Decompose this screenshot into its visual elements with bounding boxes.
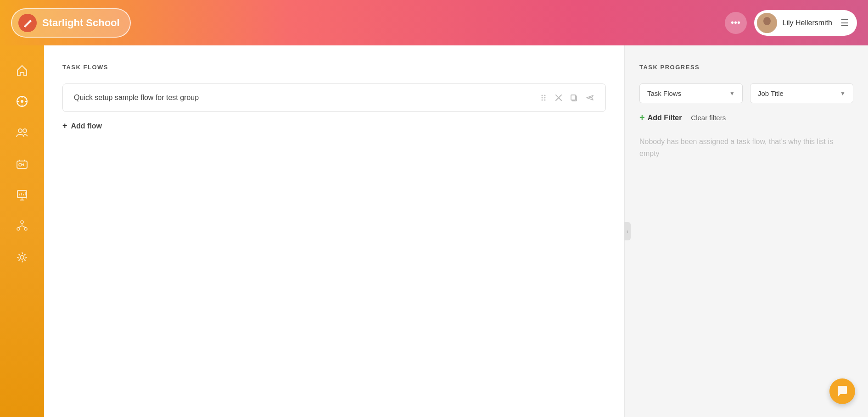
- svg-point-13: [21, 221, 23, 223]
- sidebar-item-navigate[interactable]: [8, 88, 36, 115]
- dots-icon: •••: [731, 17, 740, 28]
- svg-point-16: [20, 256, 24, 259]
- avatar: [757, 13, 777, 33]
- dots-menu-button[interactable]: •••: [725, 12, 747, 34]
- add-filter-label: Add Filter: [648, 114, 682, 122]
- add-flow-label: Add flow: [71, 122, 102, 130]
- left-panel: TASK FLOWS Quick setup sample flow for t…: [44, 45, 625, 417]
- flow-actions: [539, 93, 594, 102]
- svg-point-15: [24, 228, 27, 230]
- logo-text: Starlight School: [42, 17, 120, 29]
- svg-point-2: [763, 17, 771, 25]
- svg-point-22: [544, 100, 546, 101]
- user-menu-button[interactable]: Lily Hellersmith ☰: [754, 10, 857, 36]
- sidebar-item-activities[interactable]: [8, 150, 36, 178]
- sidebar-item-groups[interactable]: [8, 119, 36, 146]
- header-right: ••• Lily Hellersmith ☰: [725, 10, 857, 36]
- job-title-filter-arrow: ▼: [840, 90, 846, 97]
- flow-card: Quick setup sample flow for test group: [62, 83, 606, 112]
- right-panel: TASK PROGRESS Task Flows ▼ Job Title ▼ +…: [625, 45, 868, 417]
- sidebar-item-reports[interactable]: [8, 181, 36, 209]
- empty-state-text: Nobody has been assigned a task flow, th…: [639, 136, 853, 159]
- task-flows-filter-label: Task Flows: [647, 89, 681, 97]
- task-flows-title: TASK FLOWS: [62, 64, 606, 71]
- clear-filters-label: Clear filters: [691, 114, 726, 122]
- add-flow-plus: +: [62, 121, 67, 131]
- task-flows-filter-arrow: ▼: [729, 90, 735, 97]
- layout: TASK FLOWS Quick setup sample flow for t…: [0, 45, 868, 417]
- job-title-filter-label: Job Title: [758, 89, 784, 97]
- add-flow-button[interactable]: + Add flow: [62, 121, 102, 131]
- svg-point-18: [544, 95, 546, 96]
- filter-row: Task Flows ▼ Job Title ▼: [639, 83, 853, 103]
- user-name: Lily Hellersmith: [783, 19, 832, 27]
- svg-point-19: [542, 97, 543, 99]
- svg-point-5: [21, 100, 23, 103]
- drag-handle[interactable]: [539, 94, 548, 102]
- svg-point-6: [18, 129, 22, 133]
- logo-icon: [18, 14, 37, 32]
- logo-button[interactable]: Starlight School: [11, 8, 131, 38]
- svg-point-7: [23, 129, 27, 133]
- close-flow-button[interactable]: [555, 94, 562, 101]
- add-filter-row: + Add Filter Clear filters: [639, 112, 853, 123]
- sidebar-item-org-chart[interactable]: [8, 212, 36, 240]
- svg-point-17: [542, 95, 543, 96]
- flow-card-title: Quick setup sample flow for test group: [74, 94, 199, 102]
- header: Starlight School ••• Lily Hellersmith ☰: [0, 0, 868, 45]
- task-flows-filter[interactable]: Task Flows ▼: [639, 83, 743, 103]
- sidebar-item-settings[interactable]: [8, 244, 36, 271]
- job-title-filter[interactable]: Job Title ▼: [750, 83, 853, 103]
- svg-point-14: [17, 228, 20, 230]
- main-content: TASK FLOWS Quick setup sample flow for t…: [44, 45, 868, 417]
- svg-point-9: [19, 163, 22, 166]
- svg-point-21: [542, 100, 543, 101]
- add-filter-button[interactable]: + Add Filter: [639, 112, 682, 123]
- svg-point-20: [544, 97, 546, 99]
- collapse-handle[interactable]: ‹: [624, 222, 631, 240]
- clear-filters-button[interactable]: Clear filters: [691, 114, 726, 122]
- chat-button[interactable]: [829, 378, 855, 404]
- add-filter-plus: +: [639, 112, 645, 123]
- send-flow-button[interactable]: [585, 93, 594, 102]
- sidebar: [0, 45, 44, 417]
- sidebar-item-home[interactable]: [8, 56, 36, 84]
- hamburger-icon: ☰: [840, 17, 849, 28]
- svg-rect-24: [571, 95, 576, 100]
- task-progress-title: TASK PROGRESS: [639, 64, 853, 71]
- copy-flow-button[interactable]: [570, 94, 578, 102]
